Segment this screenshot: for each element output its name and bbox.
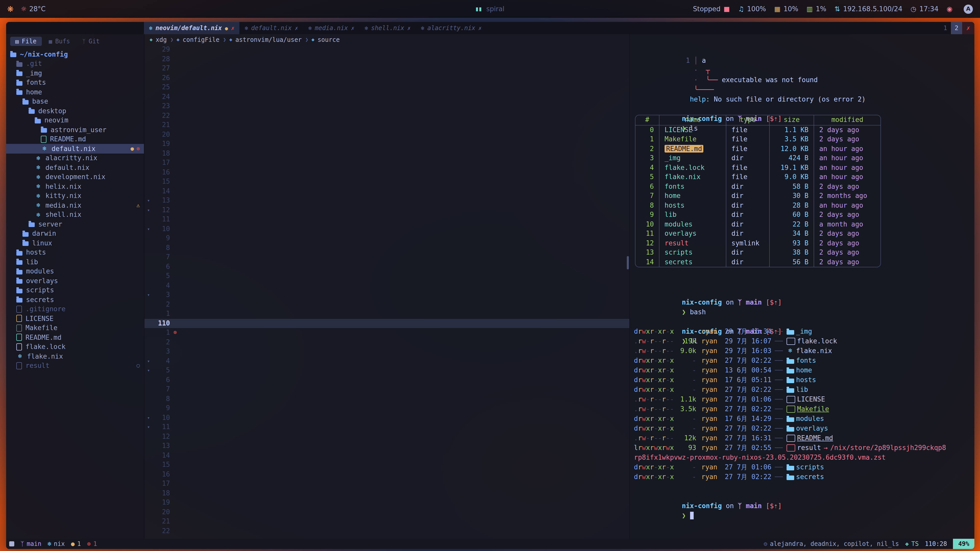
fold-column[interactable]: ▾ [145,366,153,375]
fold-open-icon[interactable]: ▾ [147,424,150,430]
tree-item[interactable]: ❄ shell.nix [6,210,144,219]
fold-column[interactable] [145,252,153,262]
statusbar-module[interactable]: Stopped ■ [693,5,730,13]
statusline-segment[interactable]: ᛉ main [21,540,41,548]
fold-column[interactable] [145,526,153,536]
fold-column[interactable] [145,507,153,517]
fold-column[interactable]: ▾ [145,290,153,300]
code-line[interactable]: 14 #####################################… [145,186,629,196]
explorer-source-tab[interactable]: ▤ File [10,37,41,46]
tree-item[interactable]: server [6,219,144,229]
close-icon[interactable]: ✗ [351,25,354,32]
fold-column[interactable] [145,385,153,394]
close-icon[interactable]: ✗ [407,25,410,32]
code-line[interactable]: 19 # sed -ri "s/pattern_str/replace_str/… [145,139,629,149]
code-line[interactable]: 29 # Toggle text's case: `~` [145,45,629,54]
code-line[interactable]: 1 ⊗ }; ■ Expecting ";" [145,328,629,338]
fold-column[interactable] [145,281,153,290]
code-line[interactable]: 1 onChange = "${pkgs.neovim}/bin/nvim --… [145,309,629,319]
fold-column[interactable] [145,121,153,130]
tree-item[interactable]: overlays [6,276,144,286]
fold-column[interactable] [145,73,153,83]
tree-item[interactable]: hosts [6,248,144,257]
tree-item[interactable]: .gitignore [6,304,144,314]
fold-column[interactable]: ▾ [145,422,153,432]
tree-item[interactable]: secrets [6,295,144,304]
explorer-source-tab[interactable]: ᛉ Git [77,37,105,46]
fold-column[interactable] [145,319,153,328]
fold-column[interactable] [145,479,153,489]
breadcrumb-item[interactable]: ❖ xdg [150,36,167,43]
temperature-module[interactable]: ☼ 28°C [21,5,46,13]
fold-column[interactable] [145,243,153,252]
fold-open-icon[interactable]: ▾ [147,198,150,203]
tab-close-icon[interactable]: ✗ [962,22,974,34]
code-line[interactable]: 8 }; [145,394,629,403]
code-line[interactable]: 21 [145,517,629,526]
tree-item[interactable]: modules [6,267,144,276]
fold-column[interactable] [145,338,153,347]
tabpage-number[interactable]: 2 [951,22,962,34]
tree-item[interactable]: README.md [6,135,144,144]
code-line[interactable]: 19 withNodeJs = true; [145,498,629,507]
code-line[interactable]: 110 source = ./astronvim_user; [145,319,629,328]
tree-item[interactable]: ❄ default.nix [6,163,144,172]
buffer-tab[interactable]: ❄ shell.nix ✗ [360,22,416,34]
code-line[interactable]: ▾ 12 xdg.configFile = { [145,205,629,215]
tree-item[interactable]: neovim [6,116,144,125]
code-line[interactable]: 6 prefix = ''${HOME}/.npm-global [145,375,629,385]
code-line[interactable]: 25 # Save the selected text to a file: `… [145,83,629,92]
fold-column[interactable] [145,451,153,460]
fold-column[interactable]: ▾ [145,205,153,215]
fold-column[interactable] [145,300,153,309]
code-line[interactable]: 16 # See https://astronvim.com/Basic%20U… [145,168,629,177]
tree-item[interactable]: LICENSE [6,314,144,323]
code-line[interactable]: 20 # Search file name pattern and Replac… [145,130,629,139]
tree-item[interactable]: _img [6,68,144,78]
tree-item[interactable]: desktop [6,106,144,116]
code-line[interactable]: 12 enable = true; [145,432,629,441]
fold-column[interactable] [145,441,153,451]
fold-column[interactable] [145,309,153,319]
code-line[interactable]: 13 defaultEditor = true; [145,441,629,451]
close-icon[interactable]: ✗ [231,25,234,32]
code-line[interactable]: 18 # [145,149,629,158]
fold-column[interactable] [145,149,153,158]
code-line[interactable]: 11 # base config [145,215,629,224]
fold-column[interactable] [145,394,153,403]
statusbar-module[interactable]: ▥ 1% [807,5,826,13]
fold-column[interactable] [145,233,153,243]
code-line[interactable]: 9 # update AstroNvim [145,233,629,243]
tree-item[interactable]: README.md [6,333,144,342]
close-icon[interactable]: ✗ [478,25,482,32]
fold-column[interactable] [145,186,153,196]
tree-item[interactable]: Makefile [6,323,144,333]
code-line[interactable]: 20 extraPackages = []; [145,507,629,517]
fold-open-icon[interactable]: ▾ [147,415,150,420]
tree-item[interactable]: ❄ alacritty.nix [6,153,144,163]
code-line[interactable]: 5 # my cusotom astronvim config, astronv… [145,272,629,281]
tree-item[interactable]: flake.lock [6,342,144,351]
code-line[interactable]: ▾ 5 programs.npm.npmrc = '' [145,366,629,375]
close-icon[interactable]: ✗ [295,25,298,32]
code-line[interactable]: 2 # update AstroNvim [145,300,629,309]
tree-item[interactable]: scripts [6,286,144,295]
code-line[interactable]: 3 [145,347,629,356]
buffer-tab[interactable]: ❄ default.nix ✗ [240,22,303,34]
fold-column[interactable] [145,139,153,149]
code-line[interactable]: 28 # Convert to uppercase: `U` [145,54,629,64]
tabpage-number[interactable]: 1 [940,22,951,34]
fold-column[interactable] [145,168,153,177]
fold-column[interactable]: ▾ [145,224,153,233]
fold-column[interactable]: ▾ [145,196,153,205]
code-line[interactable]: 18 withPython3 = true; [145,489,629,498]
code-line[interactable]: ▾ 11 neovim = { [145,422,629,432]
media-title[interactable]: ▮▮ spiral [476,5,504,13]
code-line[interactable]: 15 # [145,177,629,186]
code-line[interactable]: 21 # [145,121,629,130]
code-line[interactable]: ▾ 10 "nvim" = { [145,224,629,233]
buffer-tab[interactable]: ❄ neovim/default.nix ● ✗ [144,22,240,34]
statusline-segment[interactable]: 110:28 [925,540,947,548]
statusline-segment[interactable]: ⚙ alejandra, deadnix, copilot, nil_ls [764,540,899,548]
tree-item[interactable]: lib [6,257,144,267]
